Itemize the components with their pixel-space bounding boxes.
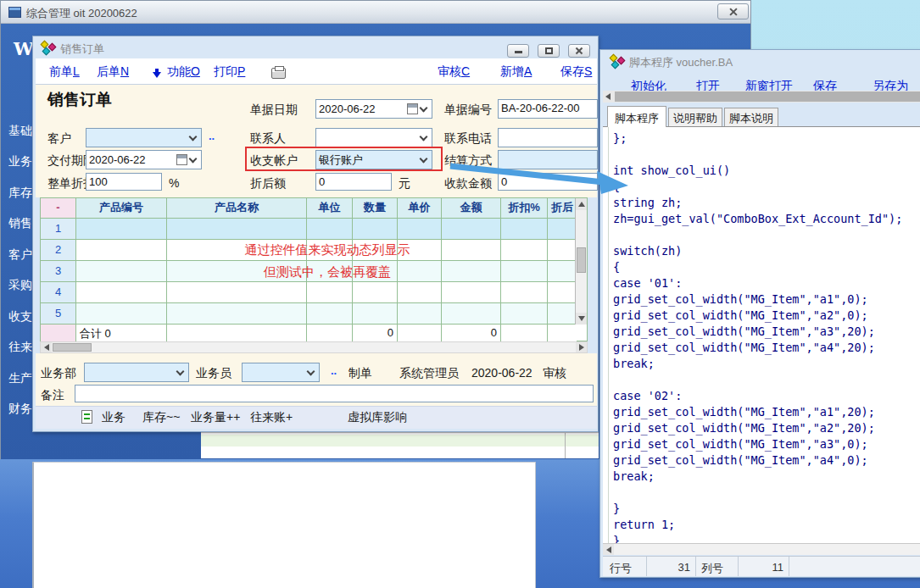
scrollbar-thumb[interactable] bbox=[53, 343, 92, 352]
chevron-down-icon bbox=[176, 367, 185, 375]
maximize-button[interactable] bbox=[538, 44, 560, 58]
table-row[interactable]: 1 bbox=[41, 219, 587, 240]
sidebar-item-caiwu[interactable]: 财务 bbox=[8, 402, 34, 417]
footer-form: 业务部 业务员 .. 制单 系统管理员 2020-06-22 审核 备注 bbox=[36, 353, 597, 406]
dept-combobox[interactable] bbox=[84, 363, 189, 382]
vertical-scrollbar[interactable] bbox=[575, 198, 587, 325]
header-cell[interactable]: 单价 bbox=[398, 198, 442, 219]
scroll-up-button[interactable] bbox=[576, 198, 587, 210]
status-link-xunikuyingxiang[interactable]: 虚拟库影响 bbox=[348, 410, 407, 425]
discount-input[interactable]: 100 bbox=[86, 173, 162, 191]
receipt-input[interactable]: 0 bbox=[498, 173, 598, 191]
chevron-down-icon bbox=[420, 103, 428, 112]
header-cell[interactable]: 折后 bbox=[548, 198, 577, 219]
arrow-left-icon[interactable] bbox=[605, 93, 611, 100]
note-input[interactable] bbox=[75, 385, 594, 402]
account-label: 收支帐户 bbox=[250, 153, 298, 169]
total-label: 合计 0 bbox=[76, 325, 167, 341]
print-link[interactable]: 打印P bbox=[214, 64, 245, 80]
status-link-wanglaizhang[interactable]: 往来账+ bbox=[250, 410, 293, 425]
function-dropdown-icon[interactable] bbox=[153, 69, 163, 78]
save-link[interactable]: 保存S bbox=[560, 64, 592, 80]
doc-date-input[interactable]: 2020-06-22 bbox=[315, 99, 432, 119]
table-row[interactable]: 5 bbox=[41, 303, 587, 325]
printer-icon[interactable] bbox=[271, 68, 286, 79]
script-tabs: 脚本程序 说明帮助 脚本说明 bbox=[603, 106, 920, 126]
table-row[interactable]: 4 bbox=[41, 282, 587, 303]
sales-titlebar[interactable]: 销售订单 bbox=[33, 36, 598, 58]
function-link[interactable]: 功能O bbox=[167, 64, 200, 80]
scroll-right-button[interactable] bbox=[576, 342, 587, 352]
desktop: 综合管理 oit 20200622 W 基础 业务 库存 销售 客户 采购 收支… bbox=[0, 0, 920, 588]
sidebar-item-yewu[interactable]: 业务 bbox=[8, 154, 34, 169]
sidebar-item-wanglai[interactable]: 往来 bbox=[8, 340, 34, 355]
tab-description[interactable]: 脚本说明 bbox=[724, 108, 778, 126]
audit-label: 审核 bbox=[543, 366, 566, 381]
add-link[interactable]: 新增A bbox=[500, 64, 532, 80]
sidebar-item-caigou[interactable]: 采购 bbox=[8, 278, 34, 293]
phone-input[interactable] bbox=[498, 128, 598, 147]
close-button[interactable] bbox=[568, 44, 590, 58]
scrollbar-thumb[interactable] bbox=[577, 247, 586, 273]
calendar-icon bbox=[407, 103, 418, 114]
arrow-up-icon bbox=[578, 202, 585, 207]
status-link-kucun[interactable]: 库存~~ bbox=[142, 410, 180, 425]
scroll-left-button[interactable] bbox=[41, 342, 52, 352]
prev-doc-link[interactable]: 前单L bbox=[49, 64, 80, 80]
minimize-button[interactable] bbox=[507, 44, 529, 58]
sidebar-item-xiaoshou[interactable]: 销售 bbox=[8, 216, 34, 231]
sidebar-item-shengchan[interactable]: 生产 bbox=[8, 371, 34, 386]
header-cell[interactable]: 数量 bbox=[353, 198, 398, 219]
account-combobox[interactable]: 银行账户 bbox=[315, 150, 432, 169]
table-row[interactable]: 3 bbox=[41, 261, 587, 282]
next-doc-link[interactable]: 后单N bbox=[97, 64, 129, 80]
customer-browse-dots[interactable]: .. bbox=[209, 130, 215, 142]
main-window-title: 综合管理 oit 20200622 bbox=[26, 6, 137, 21]
after-input[interactable]: 0 bbox=[315, 173, 392, 191]
code-horizontal-scrollbar[interactable] bbox=[603, 543, 920, 555]
status-link-yewu[interactable]: 业务 bbox=[102, 410, 125, 425]
header-form: 销售订单 单据日期 2020-06-22 单据编号 BA-20-06-22-00… bbox=[36, 85, 597, 197]
contact-combobox[interactable] bbox=[315, 128, 432, 147]
script-window-title: 脚本程序 voucher.BA bbox=[629, 55, 733, 70]
header-cell[interactable]: 折扣% bbox=[501, 198, 548, 219]
salesman-browse-dots[interactable]: .. bbox=[331, 364, 337, 377]
audit-link[interactable]: 审核C bbox=[438, 64, 470, 80]
doc-no-label: 单据编号 bbox=[444, 103, 492, 118]
sidebar-item-jichu[interactable]: 基础 bbox=[8, 124, 34, 139]
settle-input[interactable] bbox=[498, 150, 598, 169]
status-link-yewuliang[interactable]: 业务量++ bbox=[191, 410, 240, 425]
chevron-down-icon bbox=[307, 367, 315, 375]
tab-script[interactable]: 脚本程序 bbox=[607, 106, 666, 127]
refresh-doc-icon[interactable] bbox=[81, 410, 92, 424]
code-editor[interactable]: }; int show_col_ui() { string zh; zh=gui… bbox=[603, 126, 920, 543]
scroll-down-button[interactable] bbox=[576, 313, 587, 325]
dept-label: 业务部 bbox=[41, 366, 76, 381]
salesman-combobox[interactable] bbox=[242, 363, 320, 382]
tab-help[interactable]: 说明帮助 bbox=[668, 108, 722, 126]
background-window bbox=[32, 462, 536, 588]
scroll-left-button[interactable] bbox=[603, 544, 614, 555]
doc-no-input[interactable]: BA-20-06-22-00 bbox=[498, 99, 598, 119]
header-cell[interactable]: - bbox=[41, 198, 76, 219]
horizontal-scrollbar[interactable] bbox=[40, 341, 588, 353]
discount-unit: % bbox=[169, 176, 179, 190]
header-cell[interactable]: 产品编号 bbox=[76, 198, 167, 219]
sidebar-item-kehu[interactable]: 客户 bbox=[8, 247, 34, 263]
script-titlebar[interactable]: 脚本程序 voucher.BA bbox=[600, 50, 920, 72]
doc-title: 销售订单 bbox=[47, 89, 112, 111]
deliver-date-input[interactable]: 2020-06-22 bbox=[86, 150, 202, 169]
sidebar-item-kucun[interactable]: 库存 bbox=[8, 186, 34, 201]
sidebar-item-shouzhi[interactable]: 收支 bbox=[8, 309, 34, 325]
main-close-button[interactable] bbox=[717, 3, 749, 19]
code-text[interactable]: }; int show_col_ui() { string zh; zh=gui… bbox=[613, 130, 902, 543]
table-row[interactable]: 2 bbox=[41, 240, 587, 261]
toolbar-scroll-strip[interactable] bbox=[603, 91, 920, 103]
header-cell[interactable]: 单位 bbox=[307, 198, 353, 219]
after-unit: 元 bbox=[399, 176, 410, 191]
customer-combobox[interactable] bbox=[86, 128, 202, 147]
main-titlebar[interactable]: 综合管理 oit 20200622 bbox=[1, 1, 750, 24]
maker-date: 2020-06-22 bbox=[471, 366, 532, 380]
header-cell[interactable]: 金额 bbox=[442, 198, 501, 219]
header-cell[interactable]: 产品名称 bbox=[167, 198, 307, 219]
